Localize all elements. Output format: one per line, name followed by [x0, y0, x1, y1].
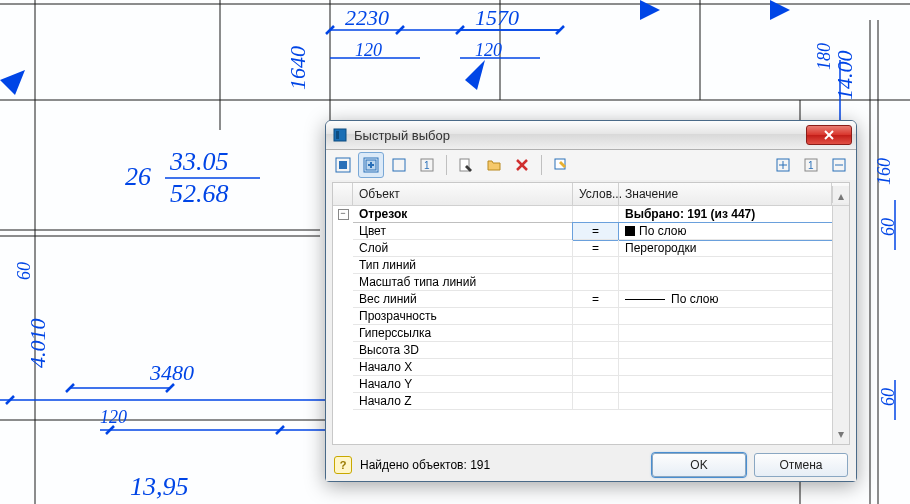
prop-color-value[interactable]: По слою: [619, 223, 832, 240]
dim-4010: 4.010: [25, 319, 50, 369]
prop-startz-value[interactable]: [619, 393, 832, 410]
app-icon: [332, 127, 348, 143]
titlebar[interactable]: Быстрый выбор: [326, 121, 856, 150]
dim-5268: 52.68: [170, 179, 229, 208]
row-color[interactable]: Цвет = По слою: [333, 223, 832, 240]
prop-hyper-label: Гиперссылка: [353, 325, 573, 342]
edit-icon: [553, 157, 569, 173]
dim-1640: 1640: [285, 46, 310, 90]
prop-lweight-label: Вес линий: [353, 291, 573, 308]
col-object[interactable]: Объект: [353, 183, 573, 205]
tool-list-1[interactable]: 1: [414, 152, 440, 178]
color-swatch-icon: [625, 226, 635, 236]
dim-1570: 1570: [475, 5, 519, 30]
prop-lscale-value[interactable]: [619, 274, 832, 291]
tool-edit[interactable]: [548, 152, 574, 178]
prop-lscale-label: Масштаб типа линий: [353, 274, 573, 291]
dim-3480: 3480: [149, 360, 194, 385]
tool-remove-from-set[interactable]: [386, 152, 412, 178]
quick-select-dialog: Быстрый выбор 1 1 Объект Услов... Значен…: [325, 120, 857, 482]
row-transparency[interactable]: Прозрачность: [333, 308, 832, 325]
col-condition[interactable]: Услов...: [573, 183, 619, 205]
prop-transp-cond[interactable]: [573, 308, 619, 325]
tool-list-1b[interactable]: 1: [798, 152, 824, 178]
prop-startx-value[interactable]: [619, 359, 832, 376]
prop-hyper-cond[interactable]: [573, 325, 619, 342]
prop-ltype-label: Тип линий: [353, 257, 573, 274]
scroll-down-icon[interactable]: ▾: [832, 206, 849, 444]
scroll-up-icon[interactable]: ▴: [832, 186, 849, 203]
row-ltscale[interactable]: Масштаб типа линий: [333, 274, 832, 291]
row-startz[interactable]: Начало Z: [333, 393, 832, 410]
prop-h3d-value[interactable]: [619, 342, 832, 359]
tool-expand-plus[interactable]: [770, 152, 796, 178]
dim-60a: 60: [878, 218, 898, 236]
prop-layer-value[interactable]: Перегородки: [619, 240, 832, 257]
prop-h3d-cond[interactable]: [573, 342, 619, 359]
row-lineweight[interactable]: Вес линий = По слою: [333, 291, 832, 308]
close-button[interactable]: [806, 125, 852, 145]
ok-button[interactable]: OK: [652, 453, 746, 477]
tool-delete[interactable]: [509, 152, 535, 178]
group-summary: Выбрано: 191 (из 447): [619, 206, 832, 223]
dialog-title: Быстрый выбор: [354, 128, 450, 143]
group-row-line[interactable]: − Отрезок Выбрано: 191 (из 447): [333, 206, 832, 223]
svg-text:1: 1: [424, 160, 430, 171]
dim-160: 160: [874, 158, 894, 185]
tool-collapse-minus[interactable]: [826, 152, 852, 178]
prop-transp-label: Прозрачность: [353, 308, 573, 325]
line-sample-icon: [625, 299, 665, 300]
tool-open[interactable]: [481, 152, 507, 178]
prop-transp-value[interactable]: [619, 308, 832, 325]
dim-180: 180: [814, 43, 834, 70]
tool-select-all[interactable]: [330, 152, 356, 178]
grid-header: Объект Услов... Значение ▴: [333, 183, 849, 206]
row-startx[interactable]: Начало X: [333, 359, 832, 376]
property-grid: Объект Услов... Значение ▴ − Отрезок Выб…: [332, 182, 850, 445]
prop-layer-cond[interactable]: =: [573, 240, 619, 257]
group-label: Отрезок: [353, 206, 573, 223]
prop-color-cond[interactable]: =: [573, 223, 619, 240]
tool-pick[interactable]: [453, 152, 479, 178]
help-icon[interactable]: ?: [334, 456, 352, 474]
folder-icon: [486, 157, 502, 173]
prop-h3d-label: Высота 3D: [353, 342, 573, 359]
dim-60b: 60: [878, 388, 898, 406]
svg-marker-37: [770, 0, 790, 20]
prop-startx-label: Начало X: [353, 359, 573, 376]
prop-startx-cond[interactable]: [573, 359, 619, 376]
prop-starty-cond[interactable]: [573, 376, 619, 393]
svg-rect-48: [393, 159, 405, 171]
row-hyperlink[interactable]: Гиперссылка: [333, 325, 832, 342]
cancel-button[interactable]: Отмена: [754, 453, 848, 477]
col-value[interactable]: Значение: [619, 183, 832, 205]
row-height3d[interactable]: Высота 3D: [333, 342, 832, 359]
dim-1395: 13,95: [130, 472, 189, 501]
collapse-icon[interactable]: −: [338, 209, 349, 220]
prop-starty-value[interactable]: [619, 376, 832, 393]
x-icon: [515, 158, 529, 172]
tool-add-to-set[interactable]: [358, 152, 384, 178]
prop-lweight-cond[interactable]: =: [573, 291, 619, 308]
prop-ltype-value[interactable]: [619, 257, 832, 274]
dim-2230: 2230: [345, 5, 389, 30]
dim-26: 26: [125, 162, 151, 191]
toolbar: 1 1: [326, 150, 856, 180]
row-starty[interactable]: Начало Y: [333, 376, 832, 393]
dim-120c: 120: [100, 407, 127, 427]
prop-lscale-cond[interactable]: [573, 274, 619, 291]
prop-ltype-cond[interactable]: [573, 257, 619, 274]
prop-hyper-value[interactable]: [619, 325, 832, 342]
dim-60c: 60: [14, 262, 34, 280]
dim-120a: 120: [355, 40, 382, 60]
statusbar: ? Найдено объектов: 191 OK Отмена: [326, 449, 856, 481]
prop-color-label: Цвет: [353, 223, 573, 240]
row-layer[interactable]: Слой = Перегородки: [333, 240, 832, 257]
row-linetype[interactable]: Тип линий: [333, 257, 832, 274]
svg-text:1: 1: [808, 160, 814, 171]
svg-marker-35: [0, 70, 25, 95]
svg-rect-43: [339, 161, 347, 169]
svg-marker-34: [465, 60, 485, 90]
prop-startz-cond[interactable]: [573, 393, 619, 410]
prop-lweight-value[interactable]: По слою: [619, 291, 832, 308]
